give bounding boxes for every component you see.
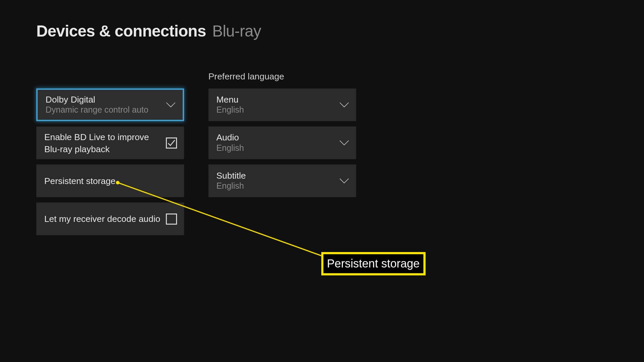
- bd-live-label-line2: Blu-ray playback: [44, 143, 149, 155]
- page-header: Devices & connections Blu-ray: [36, 22, 261, 41]
- dolby-label: Dolby Digital: [46, 95, 148, 105]
- persistent-storage-label: Persistent storage: [44, 175, 116, 186]
- settings-left-column: Dolby Digital Dynamic range control auto…: [36, 72, 184, 241]
- menu-value: English: [216, 105, 244, 115]
- receiver-label: Let my receiver decode audio: [44, 213, 160, 225]
- left-spacer: [36, 72, 184, 88]
- preferred-language-title: Preferred language: [208, 72, 356, 88]
- annotation-text: Persistent storage: [327, 257, 420, 270]
- chevron-down-icon: [339, 178, 349, 184]
- dolby-value: Dynamic range control auto: [46, 105, 148, 115]
- page-title: Blu-ray: [212, 22, 261, 41]
- checkbox-checked-icon: [166, 137, 177, 148]
- annotation-callout: Persistent storage: [321, 252, 426, 276]
- subtitle-label: Subtitle: [216, 171, 246, 181]
- audio-label: Audio: [216, 133, 244, 143]
- bd-live-checkbox[interactable]: Enable BD Live to improve Blu-ray playba…: [36, 126, 184, 159]
- checkbox-unchecked-icon: [166, 213, 177, 224]
- persistent-storage-button[interactable]: Persistent storage: [36, 165, 184, 197]
- menu-language-dropdown[interactable]: Menu English: [208, 88, 356, 121]
- dolby-digital-dropdown[interactable]: Dolby Digital Dynamic range control auto: [36, 88, 184, 121]
- audio-language-dropdown[interactable]: Audio English: [208, 126, 356, 159]
- menu-label: Menu: [216, 95, 244, 105]
- receiver-decode-checkbox[interactable]: Let my receiver decode audio: [36, 202, 184, 235]
- subtitle-value: English: [216, 181, 246, 191]
- chevron-down-icon: [166, 102, 176, 108]
- audio-value: English: [216, 143, 244, 153]
- preferred-language-column: Preferred language Menu English Audio En…: [208, 72, 356, 202]
- subtitle-language-dropdown[interactable]: Subtitle English: [208, 165, 356, 197]
- breadcrumb: Devices & connections: [36, 22, 206, 41]
- chevron-down-icon: [339, 102, 349, 108]
- chevron-down-icon: [339, 140, 349, 145]
- bd-live-label-line1: Enable BD Live to improve: [44, 131, 149, 142]
